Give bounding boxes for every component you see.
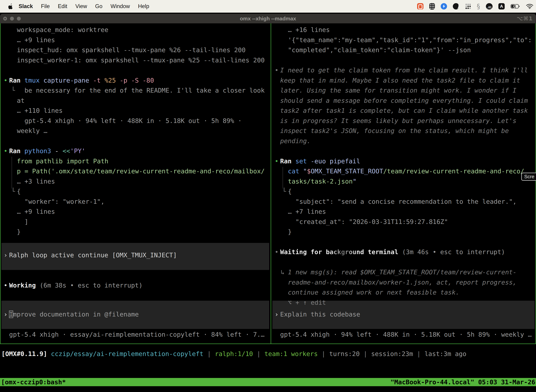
menu-item-help[interactable]: Help [134, 3, 153, 9]
terminal-line: … +3 lines [17, 176, 55, 187]
terminal-line: readme-and-reco/mailbox/worker-1.json, a… [288, 277, 517, 288]
terminal-line: •Ran set -euo pipefail [280, 156, 360, 166]
tmux-host-clock: "MacBook-Pro-44.local" 05:03 31-Mar-26 [390, 378, 535, 386]
terminal-line: … +16 lines [288, 25, 330, 35]
shield-grid-icon[interactable] [429, 3, 435, 10]
screen-sharing-icon[interactable] [417, 3, 423, 9]
terminal-line: ›Improve documentation in @filename [9, 309, 139, 319]
terminal-line: "worker": "worker-1", [17, 196, 105, 207]
terminal-line: p = Path('.omx/state/team/review-current… [17, 166, 265, 176]
terminal-line: └{ [17, 186, 21, 196]
terminal-line: •Ran python3 - <<'PY' [9, 146, 86, 156]
tmux-session-label: [omx-cczip0:bash* [1, 378, 66, 386]
terminal-line: continue assigned work or next feasible … [288, 287, 459, 298]
terminal-line: [OMX#0.11.9] cczip/essay/ai-reimplementa… [1, 349, 466, 359]
terminal-line: weekly … [17, 126, 47, 136]
squiggle-icon[interactable]: § [477, 3, 480, 9]
menu-item-file[interactable]: File [37, 3, 54, 9]
terminal-line: task2 after task1 is complete, but can I… [280, 106, 528, 116]
terminal-line: inspect_hud: omx sparkshell --tmux-pane … [17, 45, 245, 55]
terminal-line: } [288, 227, 292, 237]
wifi-icon[interactable] [526, 4, 533, 9]
terminal-line: is in progress? It seems likely but perh… [280, 116, 517, 126]
terminal-line: •I need to get the claim token from the … [280, 65, 528, 75]
terminal-text-layer: workspace_mode: worktree… +9 linesinspec… [0, 0, 536, 392]
terminal-line: └ be necessary for the end of the README… [17, 85, 265, 96]
terminal-line: at [17, 96, 24, 106]
terminal-line: ⌥ + ↑ edit [288, 298, 326, 308]
dark-crescent-icon[interactable] [453, 3, 459, 9]
terminal-line: … +9 lines [17, 35, 55, 45]
terminal-line: ›Ralph loop active continue [OMX_TMUX_IN… [9, 250, 177, 260]
menu-item-window[interactable]: Window [106, 3, 134, 9]
terminal-line: "created_at": "2026-03-31T11:59:27.816Z" [288, 217, 448, 227]
apple-menu-icon[interactable] [8, 3, 13, 9]
terminal-line: •Working (6m 38s • esc to interrupt) [9, 280, 143, 290]
terminal-line: inspect task2's JSON, focusing on the st… [280, 126, 509, 136]
terminal-line: "completed","claim_token":"claim-token"}… [288, 45, 471, 55]
terminal-line: cat "$OMX_TEAM_STATE_ROOT/team/review-cu… [288, 166, 524, 176]
terminal-line: •Ran tmux capture-pane -t %25 -p -S -80 [9, 75, 154, 85]
screen-overlay-tooltip: Scre [521, 173, 536, 181]
tmux-status-bar: [omx-cczip0:bash* "MacBook-Pro-44.local"… [0, 378, 536, 386]
menu-bar: Slack File Edit View Go Window Help § ..… [0, 0, 536, 13]
terminal-line: later. Using the same for transition mig… [280, 85, 517, 96]
battery-icon[interactable] [511, 4, 520, 9]
blue-badge-icon[interactable] [441, 3, 447, 9]
menu-item-view[interactable]: View [71, 3, 91, 9]
terminal-line: should send a message before completing … [280, 96, 528, 106]
terminal-line: from pathlib import Path [17, 156, 108, 166]
menu-app-name[interactable]: Slack [19, 3, 37, 9]
terminal-line: ›Explain this codebase [280, 309, 360, 319]
badge-61-icon[interactable]: ..61 [486, 3, 493, 9]
screen-sharing-icon-inner [418, 5, 422, 9]
terminal-line: gpt-5.4 xhigh · essay/ai-reimplementatio… [9, 330, 264, 340]
terminal-line: •Waiting for background terminal (3m 46s… [280, 247, 505, 257]
terminal-line: gpt-5.4 xhigh · 94% left · 488K in · 5.1… [17, 116, 242, 126]
menu-status-icons: § ..61 A [417, 0, 533, 13]
terminal-line: ] [17, 217, 28, 227]
menu-item-edit[interactable]: Edit [54, 3, 71, 9]
dots-grid-dots [465, 4, 467, 5]
terminal-line: inspect_worker-1: omx sparkshell --tmux-… [17, 55, 265, 65]
terminal-line: gpt-5.4 xhigh · 94% left · 488K in · 5.1… [280, 330, 531, 340]
terminal-line: … +9 lines [17, 206, 55, 217]
terminal-line: '{"team_name":"my-team","task_id":"1","f… [288, 35, 532, 45]
terminal-line: ↳1 new msg(s): read $OMX_TEAM_STATE_ROOT… [288, 267, 517, 277]
terminal-line: tasks/task-2.json" [288, 176, 356, 187]
menu-item-go[interactable]: Go [91, 3, 106, 9]
terminal-line: keep that in mind. Maybe I also need the… [280, 75, 520, 85]
bolt-icon [442, 5, 445, 8]
terminal-line: └{ [288, 186, 292, 196]
menu-left: Slack File Edit View Go Window Help [0, 3, 153, 9]
terminal-line: … +7 lines [288, 206, 326, 217]
terminal-line: } [17, 227, 21, 237]
terminal-line: pending. [280, 136, 311, 146]
terminal-line: workspace_mode: worktree [17, 25, 108, 35]
dots-grid-icon[interactable] [465, 3, 471, 9]
terminal-line: "subject": "send a concise recommendatio… [288, 196, 517, 207]
input-source-icon[interactable]: A [498, 3, 505, 9]
terminal-line: … +110 lines [17, 106, 62, 116]
